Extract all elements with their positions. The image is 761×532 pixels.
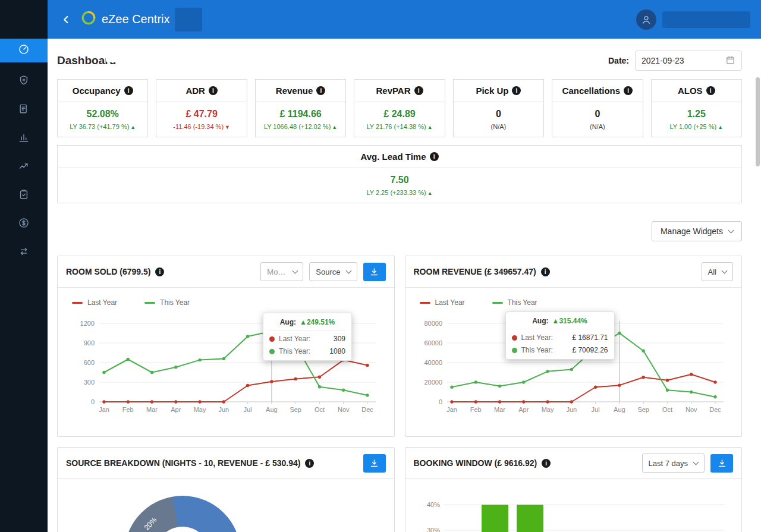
- redacted-property-selector[interactable]: [106, 39, 226, 62]
- trend-up-icon: ▲: [332, 124, 337, 130]
- sidebar-item-channel[interactable]: [0, 238, 48, 267]
- transfer-arrows-icon: [18, 245, 30, 260]
- widget-booking-window: BOOKING WINDOW (£ 9616.92)i Last 7 days …: [405, 447, 743, 532]
- info-icon[interactable]: i: [155, 267, 164, 276]
- info-icon[interactable]: i: [430, 152, 439, 161]
- info-icon[interactable]: i: [542, 459, 551, 468]
- trend-up-icon: ▲: [427, 124, 433, 130]
- svg-text:600: 600: [84, 359, 95, 366]
- user-avatar[interactable]: [636, 10, 656, 30]
- legend-item-last-year[interactable]: Last Year: [420, 298, 465, 307]
- widget-controls: Month Source: [260, 262, 385, 281]
- svg-text:Apr: Apr: [518, 406, 529, 413]
- tooltip-delta: ▲315.44%: [552, 317, 587, 325]
- sidebar-item-reports[interactable]: [0, 124, 48, 153]
- kpi-card-revpar: RevPARi £ 24.89 LY 21.76 (+14.38 %)▲: [354, 79, 445, 137]
- svg-text:Oct: Oct: [662, 406, 672, 413]
- date-range-select[interactable]: Last 7 days: [642, 454, 705, 473]
- month-select[interactable]: Month: [260, 262, 303, 281]
- legend-item-last-year[interactable]: Last Year: [72, 298, 117, 307]
- kpi-sub: -11.46 (-19.34 %)▼: [159, 123, 244, 130]
- sidebar-item-finance[interactable]: [0, 210, 48, 238]
- info-icon[interactable]: i: [316, 86, 325, 95]
- svg-text:Aug: Aug: [266, 406, 278, 413]
- vertical-scrollbar-thumb[interactable]: [756, 77, 760, 166]
- bar-chart-icon: [18, 131, 30, 146]
- widget-controls: Last 7 days: [642, 454, 734, 473]
- info-icon[interactable]: i: [541, 267, 550, 276]
- download-button[interactable]: [363, 263, 386, 281]
- info-icon[interactable]: i: [305, 459, 314, 468]
- svg-text:Dec: Dec: [709, 406, 721, 413]
- widget-header: SOURCE BREAKDOWN (NIGHTS - 10, REVENUE -…: [58, 448, 394, 479]
- redacted-user-name[interactable]: [662, 11, 750, 28]
- sidebar-item-shield[interactable]: [0, 67, 48, 96]
- date-input[interactable]: 2021-09-23: [635, 51, 742, 71]
- download-button[interactable]: [710, 454, 733, 473]
- widget-controls: [363, 454, 386, 473]
- kpi-sub: (N/A): [456, 123, 541, 130]
- series-dot: [512, 335, 517, 341]
- svg-text:Dec: Dec: [361, 406, 373, 413]
- trend-up-icon: ▲: [427, 190, 433, 196]
- brand: eZee Centrix: [81, 10, 170, 29]
- chevron-down-icon: [722, 267, 728, 273]
- kpi-title: ALOSi: [652, 80, 741, 102]
- download-button[interactable]: [363, 454, 386, 473]
- dashboard-gauge-icon: [18, 43, 30, 58]
- trend-up-icon: ▲: [130, 124, 136, 130]
- tooltip-row: Last Year:309: [269, 335, 345, 343]
- brand-logo-icon: [81, 10, 96, 29]
- svg-text:80000: 80000: [424, 320, 442, 327]
- manage-widgets-row: Manage Widgets: [57, 221, 742, 241]
- sidebar: [0, 0, 48, 532]
- info-icon[interactable]: i: [124, 86, 133, 95]
- kpi-title-text: Cancellations: [562, 86, 621, 96]
- sidebar-item-analytics[interactable]: [0, 153, 48, 181]
- brand-name: eZee Centrix: [102, 12, 170, 26]
- series-dot: [512, 348, 517, 353]
- sidebar-item-tasks[interactable]: [0, 181, 48, 210]
- widget-title: ROOM SOLD (6799.5)i: [66, 267, 164, 276]
- kpi-value: £ 24.89: [357, 108, 442, 119]
- chart-tooltip: Aug:▲249.51% Last Year:309 This Year:108…: [263, 313, 352, 361]
- manage-widgets-button[interactable]: Manage Widgets: [652, 221, 742, 241]
- source-breakdown-donut-chart[interactable]: 20%: [124, 496, 241, 532]
- legend-swatch: [72, 302, 83, 304]
- widget-title: SOURCE BREAKDOWN (NIGHTS - 10, REVENUE -…: [66, 458, 314, 468]
- kpi-sub: (N/A): [555, 123, 640, 130]
- svg-text:0: 0: [438, 398, 442, 405]
- legend-item-this-year[interactable]: This Year: [144, 298, 190, 307]
- calendar-icon[interactable]: [725, 55, 735, 67]
- svg-text:Jul: Jul: [591, 406, 599, 413]
- sidebar-item-forms[interactable]: [0, 96, 48, 124]
- back-button[interactable]: [59, 13, 73, 26]
- info-icon[interactable]: i: [512, 86, 521, 95]
- svg-text:Jan: Jan: [99, 406, 109, 413]
- shield-icon: [18, 74, 30, 89]
- chart-area: 0%10%20%30%40%: [405, 485, 742, 532]
- legend-item-this-year[interactable]: This Year: [492, 298, 537, 307]
- kpi-sub: LY 36.73 (+41.79 %)▲: [60, 123, 145, 130]
- info-icon[interactable]: i: [624, 86, 633, 95]
- info-icon[interactable]: i: [414, 86, 423, 95]
- kpi-title-text: Pick Up: [476, 86, 508, 96]
- kpi-title: Cancellationsi: [552, 80, 642, 102]
- tooltip-header: Aug:▲315.44%: [512, 317, 608, 329]
- all-select[interactable]: All: [702, 262, 733, 281]
- svg-text:900: 900: [84, 339, 95, 347]
- redacted-topbar-control[interactable]: [175, 8, 202, 32]
- sidebar-item-dashboard[interactable]: [0, 39, 48, 62]
- svg-text:Oct: Oct: [315, 406, 325, 413]
- svg-text:Sep: Sep: [637, 406, 649, 413]
- kpi-card-revenue: Revenuei £ 1194.66 LY 1066.48 (+12.02 %)…: [255, 79, 346, 137]
- kpi-sub: LY 1066.48 (+12.02 %)▲: [258, 123, 343, 130]
- info-icon[interactable]: i: [209, 86, 218, 95]
- trend-down-icon: ▼: [225, 124, 230, 130]
- info-icon[interactable]: i: [706, 86, 715, 95]
- kpi-value: 1.25: [654, 108, 739, 119]
- svg-text:Sep: Sep: [290, 406, 301, 413]
- kpi-card-alos: ALOSi 1.25 LY 1.00 (+25 %)▲: [651, 79, 742, 137]
- source-select[interactable]: Source: [309, 262, 357, 281]
- tooltip-row: This Year:1080: [269, 347, 345, 355]
